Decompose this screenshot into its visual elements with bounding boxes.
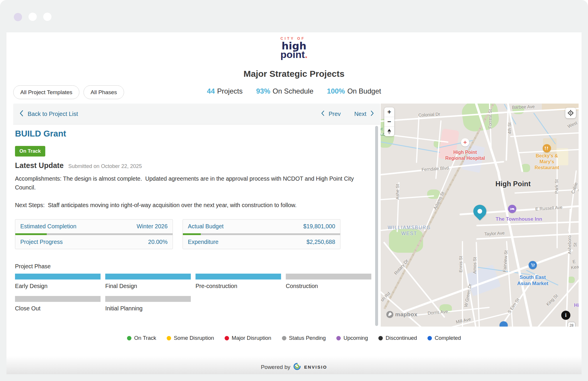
project-title: BUILD Grant: [15, 129, 66, 139]
project-progress-row: Project Progress 20.00%: [15, 235, 173, 249]
map-label: Dorris Ave: [427, 309, 448, 316]
restaurant-icon: [543, 144, 551, 152]
prev-button-label: Prev: [329, 111, 341, 117]
app-window: CITY OF high point. Major Strategic Proj…: [0, 0, 588, 381]
map-info-button[interactable]: i: [561, 311, 570, 320]
status-badge: On Track: [15, 146, 45, 157]
city-logo: CITY OF high point.: [6, 36, 582, 59]
accomplishments-paragraph: Accomplishments: The design is almost co…: [15, 174, 368, 192]
actual-budget-value: $19,801,000: [303, 223, 335, 230]
mapbox-wordmark: mapbox: [395, 311, 417, 318]
status-legend: On Track Some Disruption Major Disruptio…: [6, 335, 582, 341]
map-road: [557, 157, 558, 248]
legend-dot: [427, 336, 432, 340]
map-road: [514, 189, 579, 194]
highway-shield-28: 28: [568, 322, 575, 327]
stat-on-budget-value: 100%: [327, 87, 345, 95]
map-label: South East Asian Market: [517, 274, 548, 287]
phase-label: Close Out: [15, 305, 101, 312]
phase-final-design: Final Design: [105, 274, 191, 290]
legend-label: Completed: [435, 335, 461, 341]
map-label: S Elm St: [507, 297, 521, 315]
expenditure-value: $2,250,688: [306, 239, 335, 245]
map-road: [381, 195, 434, 200]
project-progress-label: Project Progress: [20, 239, 63, 245]
map-label: High Point Regional Hospital: [445, 149, 485, 161]
map-label: High Point: [495, 179, 531, 188]
phase-label: Construction: [286, 283, 371, 290]
crosshair-icon: [567, 109, 574, 117]
envisio-wordmark[interactable]: ENVISIO: [304, 365, 327, 370]
map-creek: [381, 141, 440, 153]
page-title: Major Strategic Projects: [6, 69, 582, 79]
prev-button[interactable]: Prev: [321, 110, 341, 118]
project-toolbar: Back to Project List Prev Next: [13, 104, 380, 124]
estimated-completion-label: Estimated Completion: [20, 223, 76, 230]
legend-on-track: On Track: [127, 335, 156, 341]
project-location-pin[interactable]: [471, 202, 489, 220]
stat-on-budget-label: On Budget: [347, 87, 381, 95]
legend-upcoming: Upcoming: [336, 335, 368, 341]
phase-label: Final Design: [105, 283, 191, 290]
budget-metrics-card: Actual Budget $19,801,000 Expenditure $2…: [183, 219, 340, 249]
hospital-cross-glyph: +: [463, 139, 467, 145]
map-label: Taylor Ave: [484, 230, 505, 237]
phase-bar: [286, 274, 371, 279]
legend-discontinued: Discontinued: [378, 335, 417, 341]
map-park: [568, 277, 575, 283]
legend-dot: [127, 336, 131, 340]
stat-on-schedule-label: On Schedule: [273, 87, 313, 95]
map-label: Forrest St: [487, 109, 493, 129]
next-button-label: Next: [354, 111, 366, 117]
lodging-icon: [508, 205, 516, 213]
zoom-in-button[interactable]: +: [384, 107, 394, 117]
map-label: Amos St: [472, 257, 478, 274]
window-dot-1[interactable]: [14, 13, 22, 21]
phase-bar: [196, 274, 281, 279]
compass-north-icon: [387, 129, 391, 132]
legend-label: Upcoming: [343, 335, 368, 341]
map-label: 4th St: [507, 122, 512, 134]
expenditure-row: Expenditure $2,250,688: [183, 235, 340, 249]
legend-label: On Track: [134, 335, 156, 341]
estimated-completion-value: Winter 2026: [137, 223, 168, 230]
map-label: Colonial Dr: [418, 112, 440, 118]
legend-completed: Completed: [427, 335, 461, 341]
logo-period: .: [305, 49, 308, 60]
phase-close-out: Close Out: [15, 296, 101, 312]
stats-row: 44Projects 93%On Schedule 100%On Budget: [6, 87, 582, 95]
phase-bar: [105, 274, 191, 279]
actual-budget-label: Actual Budget: [188, 223, 223, 230]
locate-button[interactable]: [565, 108, 576, 118]
schedule-metrics-card: Estimated Completion Winter 2026 Project…: [15, 219, 173, 249]
back-to-project-list-link[interactable]: Back to Project List: [19, 110, 78, 118]
map-canvas[interactable]: Colonial DrBarbee AveForrest St4th StWes…: [381, 104, 579, 327]
map-label: Becky's & Mary's Restaurant: [531, 153, 563, 171]
legend-dot: [378, 336, 383, 340]
stat-projects: 44Projects: [207, 87, 243, 95]
map-road: [416, 116, 420, 163]
footer: Powered by ENVISIO: [6, 362, 582, 372]
back-link-label: Back to Project List: [28, 111, 78, 117]
phase-label: Initial Planning: [105, 305, 191, 312]
phase-label: Pre-construction: [196, 283, 281, 290]
legend-dot: [336, 336, 341, 340]
mapbox-attribution[interactable]: mapbox: [386, 311, 417, 318]
next-steps-paragraph: Next Steps: Staff anticipates moving int…: [15, 201, 368, 209]
project-progress-value: 20.00%: [148, 239, 168, 245]
phase-early-design: Early Design: [15, 274, 101, 290]
latest-update-header: Latest Update Submitted on October 22, 2…: [15, 161, 142, 170]
project-phase-heading: Project Phase: [15, 263, 51, 270]
stat-on-schedule: 93%On Schedule: [256, 87, 313, 95]
prev-next-nav: Prev Next: [321, 110, 374, 118]
stat-projects-label: Projects: [217, 87, 243, 95]
next-button[interactable]: Next: [354, 110, 374, 118]
vertical-scrollbar[interactable]: [375, 126, 378, 326]
window-dot-2[interactable]: [29, 13, 37, 21]
window-dot-3[interactable]: [43, 13, 51, 21]
logo-line2-text: point: [280, 49, 305, 60]
compass-button[interactable]: [384, 127, 394, 136]
compass-south-icon: [387, 132, 391, 134]
zoom-out-button[interactable]: −: [384, 117, 394, 127]
map-road: [565, 209, 571, 327]
